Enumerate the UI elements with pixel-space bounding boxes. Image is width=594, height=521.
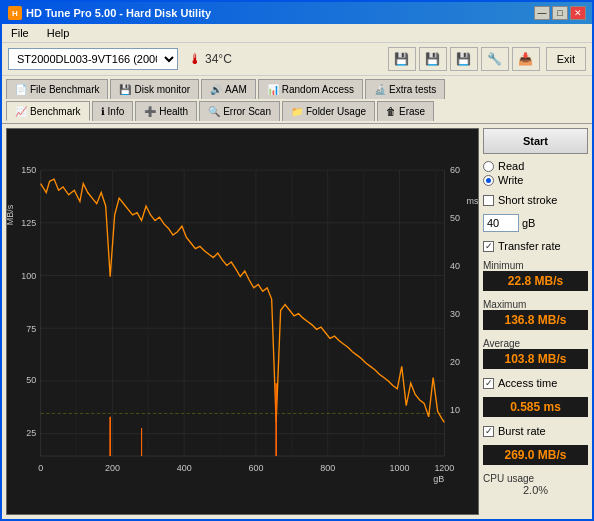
burst-rate-value: 269.0 MB/s xyxy=(483,445,588,465)
exit-button[interactable]: Exit xyxy=(546,47,586,71)
checkbox-burst-rate[interactable]: ✓ Burst rate xyxy=(483,425,588,437)
checkbox-access-time[interactable]: ✓ Access time xyxy=(483,377,588,389)
menu-help[interactable]: Help xyxy=(44,26,73,40)
toolbar-btn-1[interactable]: 💾 xyxy=(388,47,416,71)
svg-text:75: 75 xyxy=(26,324,36,334)
extra-tests-icon: 🔬 xyxy=(374,84,386,95)
menu-file[interactable]: File xyxy=(8,26,32,40)
svg-rect-0 xyxy=(7,159,478,484)
title-bar-left: H HD Tune Pro 5.00 - Hard Disk Utility xyxy=(8,6,211,20)
title-controls: — □ ✕ xyxy=(534,6,586,20)
tab-random-access[interactable]: 📊 Random Access xyxy=(258,79,363,99)
toolbar-icons: 💾 💾 💾 🔧 📥 xyxy=(388,47,540,71)
tab-disk-monitor[interactable]: 💾 Disk monitor xyxy=(110,79,199,99)
radio-read[interactable]: Read xyxy=(483,160,588,172)
checkbox-short-stroke[interactable]: Short stroke xyxy=(483,194,588,206)
svg-text:ms: ms xyxy=(466,196,478,206)
tab-erase[interactable]: 🗑 Erase xyxy=(377,101,434,121)
benchmark-chart: 150 125 100 75 50 25 MB/s 60 50 40 30 20… xyxy=(7,129,478,514)
svg-text:150: 150 xyxy=(21,165,36,175)
svg-text:1200: 1200 xyxy=(434,463,454,473)
file-benchmark-icon: 📄 xyxy=(15,84,27,95)
folder-usage-icon: 📁 xyxy=(291,106,303,117)
svg-text:0: 0 xyxy=(38,463,43,473)
stat-cpu: CPU usage 2.0% xyxy=(483,473,588,496)
stat-access-time: 0.585 ms xyxy=(483,397,588,417)
gb-label: gB xyxy=(522,217,535,229)
tabs-row-2: 📈 Benchmark ℹ Info ➕ Health 🔍 Error Scan… xyxy=(6,101,588,121)
temperature-value: 34°C xyxy=(205,52,232,66)
toolbar-btn-4[interactable]: 🔧 xyxy=(481,47,509,71)
access-time-checkbox: ✓ xyxy=(483,378,494,389)
tab-benchmark[interactable]: 📈 Benchmark xyxy=(6,101,90,121)
svg-text:30: 30 xyxy=(450,309,460,319)
short-stroke-label: Short stroke xyxy=(498,194,557,206)
short-stroke-checkbox xyxy=(483,195,494,206)
minimum-value: 22.8 MB/s xyxy=(483,271,588,291)
radio-group-mode: Read Write xyxy=(483,158,588,188)
menu-bar: File Help xyxy=(2,24,592,43)
tab-error-scan[interactable]: 🔍 Error Scan xyxy=(199,101,280,121)
tabs-row-1: 📄 File Benchmark 💾 Disk monitor 🔊 AAM 📊 … xyxy=(6,79,588,99)
radio-write[interactable]: Write xyxy=(483,174,588,186)
burst-rate-label: Burst rate xyxy=(498,425,546,437)
average-label: Average xyxy=(483,338,588,349)
transfer-rate-checkbox: ✓ xyxy=(483,241,494,252)
drive-select[interactable]: ST2000DL003-9VT166 (2000 gB) xyxy=(8,48,178,70)
random-access-icon: 📊 xyxy=(267,84,279,95)
sidebar: Start Read Write Short stroke gB xyxy=(483,128,588,515)
svg-text:100: 100 xyxy=(21,271,36,281)
chart-area: 150 125 100 75 50 25 MB/s 60 50 40 30 20… xyxy=(6,128,479,515)
toolbar-btn-5[interactable]: 📥 xyxy=(512,47,540,71)
svg-text:50: 50 xyxy=(26,375,36,385)
svg-text:25: 25 xyxy=(26,428,36,438)
svg-text:200: 200 xyxy=(105,463,120,473)
minimize-button[interactable]: — xyxy=(534,6,550,20)
tab-info[interactable]: ℹ Info xyxy=(92,101,134,121)
tab-file-benchmark[interactable]: 📄 File Benchmark xyxy=(6,79,108,99)
erase-icon: 🗑 xyxy=(386,106,396,117)
tab-health[interactable]: ➕ Health xyxy=(135,101,197,121)
burst-rate-checkbox: ✓ xyxy=(483,426,494,437)
spinbox-row: gB xyxy=(483,214,588,232)
svg-text:20: 20 xyxy=(450,357,460,367)
toolbar-btn-2[interactable]: 💾 xyxy=(419,47,447,71)
temperature-display: 🌡 34°C xyxy=(188,51,232,67)
average-value: 103.8 MB/s xyxy=(483,349,588,369)
toolbar-btn-3[interactable]: 💾 xyxy=(450,47,478,71)
thermometer-icon: 🌡 xyxy=(188,51,202,67)
app-icon: H xyxy=(8,6,22,20)
main-content: 150 125 100 75 50 25 MB/s 60 50 40 30 20… xyxy=(2,124,592,519)
svg-text:125: 125 xyxy=(21,218,36,228)
svg-text:400: 400 xyxy=(177,463,192,473)
tab-extra-tests[interactable]: 🔬 Extra tests xyxy=(365,79,445,99)
benchmark-icon: 📈 xyxy=(15,106,27,117)
info-icon: ℹ xyxy=(101,106,105,117)
minimum-label: Minimum xyxy=(483,260,588,271)
radio-read-label: Read xyxy=(498,160,524,172)
svg-text:800: 800 xyxy=(320,463,335,473)
svg-text:gB: gB xyxy=(433,474,444,484)
svg-text:10: 10 xyxy=(450,405,460,415)
main-window: H HD Tune Pro 5.00 - Hard Disk Utility —… xyxy=(0,0,594,521)
disk-monitor-icon: 💾 xyxy=(119,84,131,95)
stat-average: Average 103.8 MB/s xyxy=(483,338,588,369)
gb-spinbox[interactable] xyxy=(483,214,519,232)
tab-aam[interactable]: 🔊 AAM xyxy=(201,79,256,99)
access-time-value: 0.585 ms xyxy=(483,397,588,417)
maximize-button[interactable]: □ xyxy=(552,6,568,20)
tab-folder-usage[interactable]: 📁 Folder Usage xyxy=(282,101,375,121)
window-title: HD Tune Pro 5.00 - Hard Disk Utility xyxy=(26,7,211,19)
checkbox-transfer-rate[interactable]: ✓ Transfer rate xyxy=(483,240,588,252)
svg-text:50: 50 xyxy=(450,213,460,223)
health-icon: ➕ xyxy=(144,106,156,117)
svg-text:1000: 1000 xyxy=(390,463,410,473)
transfer-rate-label: Transfer rate xyxy=(498,240,561,252)
aam-icon: 🔊 xyxy=(210,84,222,95)
svg-text:MB/s: MB/s xyxy=(7,204,15,225)
close-button[interactable]: ✕ xyxy=(570,6,586,20)
cpu-label: CPU usage xyxy=(483,473,588,484)
error-scan-icon: 🔍 xyxy=(208,106,220,117)
title-bar: H HD Tune Pro 5.00 - Hard Disk Utility —… xyxy=(2,2,592,24)
start-button[interactable]: Start xyxy=(483,128,588,154)
